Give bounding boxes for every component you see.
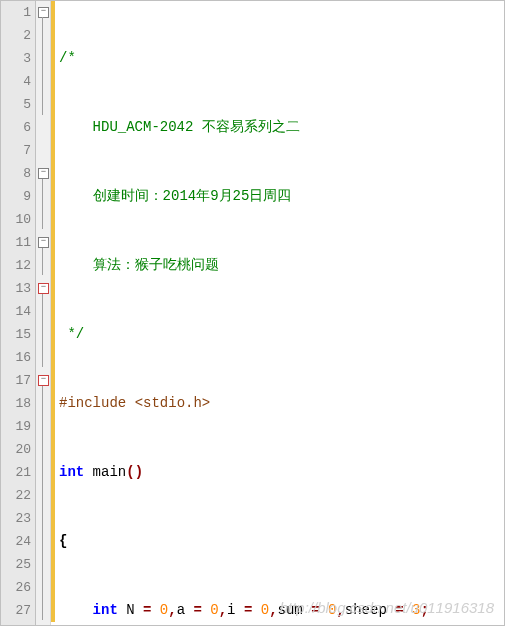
line-number: 17 bbox=[1, 369, 31, 392]
line-number: 7 bbox=[1, 139, 31, 162]
code-area[interactable]: /* HDU_ACM-2042 不容易系列之二 创建时间：2014年9月25日周… bbox=[55, 1, 504, 625]
fold-column[interactable]: − − − − − bbox=[36, 1, 51, 625]
comment: /* bbox=[59, 50, 76, 66]
line-number: 18 bbox=[1, 392, 31, 415]
line-number: 22 bbox=[1, 484, 31, 507]
line-number: 6 bbox=[1, 116, 31, 139]
comment: HDU_ACM-2042 不容易系列之二 bbox=[59, 119, 300, 135]
fold-toggle-icon[interactable]: − bbox=[38, 7, 49, 18]
line-number: 25 bbox=[1, 553, 31, 576]
code-editor[interactable]: 1234567891011121314151617181920212223242… bbox=[0, 0, 505, 626]
line-number: 4 bbox=[1, 70, 31, 93]
line-number: 5 bbox=[1, 93, 31, 116]
line-number: 11 bbox=[1, 231, 31, 254]
line-number: 13 bbox=[1, 277, 31, 300]
line-number: 20 bbox=[1, 438, 31, 461]
fold-toggle-icon[interactable]: − bbox=[38, 168, 49, 179]
line-number: 26 bbox=[1, 576, 31, 599]
fold-toggle-icon[interactable]: − bbox=[38, 375, 49, 386]
line-number: 15 bbox=[1, 323, 31, 346]
line-number: 12 bbox=[1, 254, 31, 277]
line-number: 24 bbox=[1, 530, 31, 553]
keyword: int bbox=[59, 464, 84, 480]
comment: 算法：猴子吃桃问题 bbox=[59, 257, 219, 273]
line-number: 23 bbox=[1, 507, 31, 530]
line-number: 3 bbox=[1, 47, 31, 70]
brace: { bbox=[59, 533, 67, 549]
line-number: 19 bbox=[1, 415, 31, 438]
line-number: 14 bbox=[1, 300, 31, 323]
line-number: 1 bbox=[1, 1, 31, 24]
line-number: 16 bbox=[1, 346, 31, 369]
fold-toggle-icon[interactable]: − bbox=[38, 283, 49, 294]
comment: 创建时间：2014年9月25日周四 bbox=[59, 188, 291, 204]
comment: */ bbox=[59, 326, 84, 342]
line-number: 8 bbox=[1, 162, 31, 185]
line-number: 2 bbox=[1, 24, 31, 47]
line-number: 21 bbox=[1, 461, 31, 484]
line-number: 10 bbox=[1, 208, 31, 231]
line-number-gutter: 1234567891011121314151617181920212223242… bbox=[1, 1, 36, 625]
preprocessor: #include bbox=[59, 395, 135, 411]
line-number: 9 bbox=[1, 185, 31, 208]
line-number: 27 bbox=[1, 599, 31, 622]
fold-toggle-icon[interactable]: − bbox=[38, 237, 49, 248]
